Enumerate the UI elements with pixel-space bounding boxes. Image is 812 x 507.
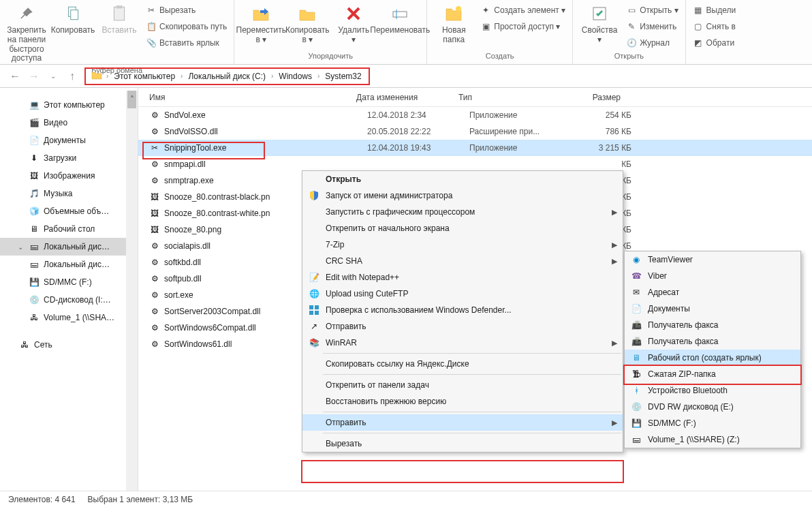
move-icon	[250, 3, 272, 25]
ctx-7zip[interactable]: 7-Zip▶	[302, 236, 623, 253]
move-to-button[interactable]: Переместитьв ▾	[238, 1, 283, 46]
rename-button[interactable]: Переименовать	[377, 1, 422, 37]
tree-item-9[interactable]: 🖴Локальный дис…	[0, 256, 138, 273]
tree-item-10[interactable]: 💾SD/MMC (F:)	[0, 273, 138, 291]
ctx-open[interactable]: Открыть	[302, 171, 623, 187]
file-icon: 🖼	[149, 224, 160, 235]
sub-sd[interactable]: 💾SD/MMC (F:)	[625, 415, 800, 431]
easy-icon: ▣	[480, 21, 491, 32]
sub-recipient[interactable]: ✉Адресат	[625, 284, 800, 301]
new-folder-button[interactable]: Новаяпапка	[431, 1, 476, 46]
col-type-header[interactable]: Тип	[458, 93, 559, 102]
ctx-runas[interactable]: Запуск от имени администратора	[302, 187, 623, 204]
file-icon: 🖼	[149, 208, 160, 219]
copy-button[interactable]: Копировать	[50, 1, 95, 37]
group-organize-label: Упорядочить	[309, 50, 353, 63]
sub-dvd[interactable]: 💿DVD RW дисковод (E:)	[625, 399, 800, 415]
file-icon: ⚙	[149, 322, 160, 333]
context-menu: Открыть Запуск от имени администратора З…	[302, 170, 623, 452]
tree-network[interactable]: 🖧 Сеть	[0, 336, 138, 354]
crumb-pc[interactable]: Этот компьютер	[112, 72, 176, 81]
up-button[interactable]: ↑	[65, 70, 79, 82]
sub-bluetooth[interactable]: ᚼУстройство Bluetooth	[625, 382, 800, 399]
folder-icon	[91, 70, 102, 82]
tree-item-11[interactable]: 💿CD-дисковод (I:…	[0, 291, 138, 309]
edit-button[interactable]: ✎Изменить	[623, 19, 681, 34]
paste-shortcut-button[interactable]: 📎Вставить ярлык	[143, 35, 230, 50]
tree-scrollbar[interactable]: ˄	[126, 91, 138, 491]
file-icon: ⚙	[149, 110, 160, 121]
properties-button[interactable]: Свойства▾	[577, 1, 622, 46]
ctx-unpin-start[interactable]: Открепить от начального экрана	[302, 220, 623, 236]
sub-vol[interactable]: 🖴Volume_1 (\\SHARE) (Z:)	[625, 431, 800, 448]
select-none-button[interactable]: ▢Снять в	[690, 19, 739, 34]
ctx-cuteftp[interactable]: 🌐Upload using CuteFTP	[302, 286, 623, 302]
paste-button[interactable]: Вставить	[97, 1, 142, 37]
tree-item-0[interactable]: 💻Этот компьютер	[0, 96, 138, 114]
svg-rect-4	[393, 12, 407, 17]
col-size-header[interactable]: Размер	[559, 93, 627, 102]
ctx-defender[interactable]: Проверка с использованием Windows Defend…	[302, 302, 623, 318]
crumb-c[interactable]: Локальный диск (C:)	[187, 72, 267, 81]
copy-path-button[interactable]: 📋Скопировать путь	[143, 19, 230, 34]
select-all-button[interactable]: ▦Выдели	[690, 3, 739, 18]
copy-to-button[interactable]: Копироватьв ▾	[285, 1, 330, 46]
forward-button[interactable]: →	[27, 70, 41, 82]
tree-item-2[interactable]: 📄Документы	[0, 132, 138, 149]
tree-item-6[interactable]: 🧊Объемные объ…	[0, 202, 138, 220]
file-row[interactable]: ⚙SndVol.exe12.04.2018 2:34Приложение254 …	[138, 107, 812, 123]
sub-viber[interactable]: ☎Viber	[625, 268, 800, 284]
cut-button[interactable]: ✂Вырезать	[143, 3, 230, 18]
breadcrumb[interactable]: › Этот компьютер › Локальный диск (C:) ›…	[84, 67, 370, 85]
tree-item-12[interactable]: 🖧Volume_1 (\\SHA…	[0, 309, 138, 326]
sub-teamviewer[interactable]: ◉TeamViewer	[625, 251, 800, 268]
pin-button[interactable]: Закрепить на панели быстрого доступа	[4, 1, 49, 65]
sub-fax2[interactable]: 📠Получатель факса	[625, 333, 800, 350]
file-row[interactable]: ⚙SndVolSSO.dll20.05.2018 22:22Расширение…	[138, 123, 812, 140]
tree-item-5[interactable]: 🎵Музыка	[0, 185, 138, 202]
sub-docs[interactable]: 📄Документы	[625, 301, 800, 317]
recent-button[interactable]: ⌄	[46, 72, 60, 80]
tree-item-7[interactable]: 🖥Рабочий стол	[0, 220, 138, 238]
ctx-share[interactable]: ↗Отправить	[302, 318, 623, 335]
invert-button[interactable]: ◩Обрати	[690, 35, 739, 50]
col-date-header[interactable]: Дата изменения	[356, 93, 458, 102]
selall-icon: ▦	[693, 5, 704, 16]
col-name-header[interactable]: Имя	[138, 93, 356, 102]
ctx-restore[interactable]: Восстановить прежнюю версию	[302, 393, 623, 410]
sub-fax1[interactable]: 📠Получатель факса	[625, 317, 800, 333]
drive-icon: 🖴	[630, 433, 642, 446]
easy-access-button[interactable]: ▣Простой доступ ▾	[478, 19, 568, 34]
tree-icon: 🖥	[29, 224, 40, 234]
ctx-send[interactable]: Отправить▶	[302, 414, 623, 431]
mail-icon: ✉	[630, 286, 642, 298]
crumb-system32[interactable]: System32	[324, 72, 362, 81]
back-button[interactable]: ←	[8, 70, 22, 82]
teamviewer-icon: ◉	[630, 253, 642, 266]
properties-icon	[589, 3, 610, 25]
svg-point-6	[456, 6, 461, 12]
ctx-notepad[interactable]: 📝Edit with Notepad++	[302, 269, 623, 286]
new-item-button[interactable]: ✦Создать элемент ▾	[478, 3, 568, 18]
delete-button[interactable]: Удалить▾	[331, 1, 376, 46]
ctx-yandex[interactable]: Скопировать ссылку на Яндекс.Диске	[302, 356, 623, 372]
tree-item-3[interactable]: ⬇Загрузки	[0, 149, 138, 167]
ctx-unpin-tb[interactable]: Открепить от панели задач	[302, 377, 623, 393]
history-button[interactable]: 🕘Журнал	[623, 35, 681, 50]
status-count: Элементов: 4 641	[8, 495, 76, 504]
open-button[interactable]: ▭Открыть ▾	[623, 3, 681, 18]
crumb-windows[interactable]: Windows	[277, 72, 313, 81]
ctx-crc[interactable]: CRC SHA▶	[302, 253, 623, 269]
sd-icon: 💾	[630, 417, 642, 429]
tree-item-1[interactable]: 🎬Видео	[0, 114, 138, 132]
fax-icon: 📠	[630, 319, 642, 331]
sub-desktop[interactable]: 🖥Рабочий стол (создать ярлык)	[625, 350, 800, 366]
ctx-winrar[interactable]: 📚WinRAR▶	[302, 335, 623, 351]
send-submenu: ◉TeamViewer ☎Viber ✉Адресат 📄Документы 📠…	[624, 251, 801, 448]
tree-item-4[interactable]: 🖼Изображения	[0, 167, 138, 185]
ctx-cut[interactable]: Вырезать	[302, 435, 623, 452]
file-row[interactable]: ✂SnippingTool.exe12.04.2018 19:43Приложе…	[138, 140, 812, 156]
sub-zip[interactable]: 🗜Сжатая ZIP-папка	[625, 366, 800, 382]
ctx-gpu[interactable]: Запустить с графическим процессором▶	[302, 204, 623, 220]
tree-item-8[interactable]: ⌄🖴Локальный дис…	[0, 238, 138, 256]
